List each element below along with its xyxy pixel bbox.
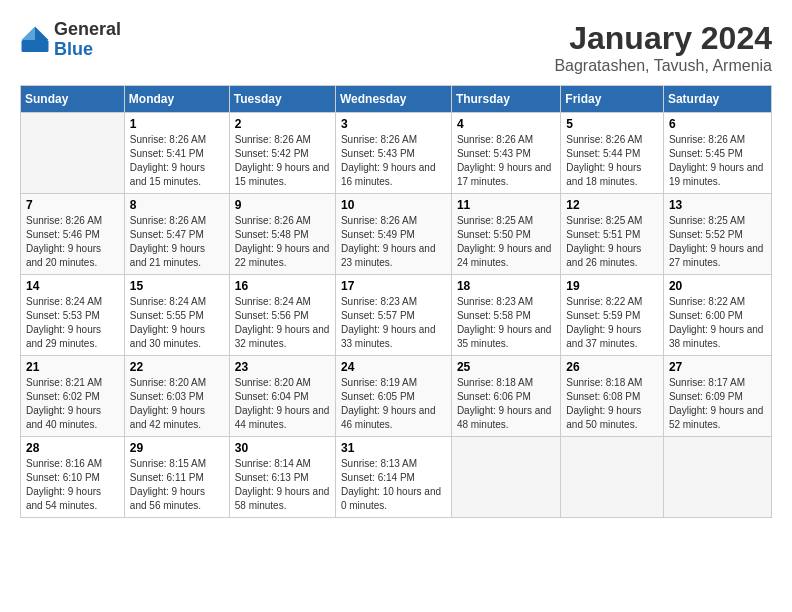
day-info: Sunrise: 8:26 AM Sunset: 5:44 PM Dayligh… [566,133,658,189]
daylight-text: Daylight: 9 hours and 50 minutes. [566,405,641,430]
day-number: 7 [26,198,119,212]
sunrise-text: Sunrise: 8:18 AM [566,377,642,388]
day-info: Sunrise: 8:26 AM Sunset: 5:48 PM Dayligh… [235,214,330,270]
sunrise-text: Sunrise: 8:20 AM [130,377,206,388]
sunset-text: Sunset: 5:42 PM [235,148,309,159]
calendar-cell: 19 Sunrise: 8:22 AM Sunset: 5:59 PM Dayl… [561,275,664,356]
day-info: Sunrise: 8:26 AM Sunset: 5:43 PM Dayligh… [457,133,555,189]
day-number: 15 [130,279,224,293]
day-number: 29 [130,441,224,455]
calendar-cell: 14 Sunrise: 8:24 AM Sunset: 5:53 PM Dayl… [21,275,125,356]
day-info: Sunrise: 8:23 AM Sunset: 5:58 PM Dayligh… [457,295,555,351]
sunrise-text: Sunrise: 8:26 AM [669,134,745,145]
calendar-cell: 11 Sunrise: 8:25 AM Sunset: 5:50 PM Dayl… [451,194,560,275]
day-number: 19 [566,279,658,293]
day-info: Sunrise: 8:26 AM Sunset: 5:46 PM Dayligh… [26,214,119,270]
calendar-week-5: 28 Sunrise: 8:16 AM Sunset: 6:10 PM Dayl… [21,437,772,518]
daylight-text: Daylight: 10 hours and 0 minutes. [341,486,441,511]
daylight-text: Daylight: 9 hours and 33 minutes. [341,324,436,349]
daylight-text: Daylight: 9 hours and 54 minutes. [26,486,101,511]
sunrise-text: Sunrise: 8:18 AM [457,377,533,388]
sunset-text: Sunset: 6:13 PM [235,472,309,483]
calendar-cell [451,437,560,518]
sunset-text: Sunset: 6:10 PM [26,472,100,483]
day-info: Sunrise: 8:26 AM Sunset: 5:43 PM Dayligh… [341,133,446,189]
svg-marker-1 [22,26,36,40]
logo-blue-text: Blue [54,40,121,60]
calendar-cell: 6 Sunrise: 8:26 AM Sunset: 5:45 PM Dayli… [663,113,771,194]
sunset-text: Sunset: 6:00 PM [669,310,743,321]
day-info: Sunrise: 8:18 AM Sunset: 6:08 PM Dayligh… [566,376,658,432]
day-number: 5 [566,117,658,131]
daylight-text: Daylight: 9 hours and 21 minutes. [130,243,205,268]
header-monday: Monday [124,86,229,113]
sunrise-text: Sunrise: 8:26 AM [130,134,206,145]
day-info: Sunrise: 8:26 AM Sunset: 5:41 PM Dayligh… [130,133,224,189]
calendar-cell: 20 Sunrise: 8:22 AM Sunset: 6:00 PM Dayl… [663,275,771,356]
sunrise-text: Sunrise: 8:26 AM [130,215,206,226]
day-info: Sunrise: 8:20 AM Sunset: 6:04 PM Dayligh… [235,376,330,432]
sunrise-text: Sunrise: 8:17 AM [669,377,745,388]
sunrise-text: Sunrise: 8:26 AM [235,134,311,145]
day-number: 16 [235,279,330,293]
daylight-text: Daylight: 9 hours and 26 minutes. [566,243,641,268]
day-number: 21 [26,360,119,374]
calendar-cell: 23 Sunrise: 8:20 AM Sunset: 6:04 PM Dayl… [229,356,335,437]
day-number: 31 [341,441,446,455]
day-number: 26 [566,360,658,374]
day-number: 4 [457,117,555,131]
logo: General Blue [20,20,121,60]
header-friday: Friday [561,86,664,113]
header-thursday: Thursday [451,86,560,113]
calendar-cell: 18 Sunrise: 8:23 AM Sunset: 5:58 PM Dayl… [451,275,560,356]
calendar-cell: 12 Sunrise: 8:25 AM Sunset: 5:51 PM Dayl… [561,194,664,275]
calendar-cell: 5 Sunrise: 8:26 AM Sunset: 5:44 PM Dayli… [561,113,664,194]
svg-marker-0 [35,26,49,40]
daylight-text: Daylight: 9 hours and 35 minutes. [457,324,552,349]
header-tuesday: Tuesday [229,86,335,113]
sunset-text: Sunset: 6:09 PM [669,391,743,402]
logo-general-text: General [54,20,121,40]
day-number: 27 [669,360,766,374]
calendar-cell: 10 Sunrise: 8:26 AM Sunset: 5:49 PM Dayl… [335,194,451,275]
calendar-week-2: 7 Sunrise: 8:26 AM Sunset: 5:46 PM Dayli… [21,194,772,275]
header: General Blue January 2024 Bagratashen, T… [20,20,772,75]
calendar-cell: 28 Sunrise: 8:16 AM Sunset: 6:10 PM Dayl… [21,437,125,518]
day-info: Sunrise: 8:17 AM Sunset: 6:09 PM Dayligh… [669,376,766,432]
daylight-text: Daylight: 9 hours and 23 minutes. [341,243,436,268]
day-info: Sunrise: 8:26 AM Sunset: 5:42 PM Dayligh… [235,133,330,189]
calendar-cell: 30 Sunrise: 8:14 AM Sunset: 6:13 PM Dayl… [229,437,335,518]
sunrise-text: Sunrise: 8:23 AM [457,296,533,307]
daylight-text: Daylight: 9 hours and 27 minutes. [669,243,764,268]
sunrise-text: Sunrise: 8:25 AM [566,215,642,226]
sunrise-text: Sunrise: 8:24 AM [26,296,102,307]
calendar-cell: 8 Sunrise: 8:26 AM Sunset: 5:47 PM Dayli… [124,194,229,275]
sunrise-text: Sunrise: 8:13 AM [341,458,417,469]
sunrise-text: Sunrise: 8:25 AM [457,215,533,226]
day-number: 28 [26,441,119,455]
daylight-text: Daylight: 9 hours and 19 minutes. [669,162,764,187]
calendar-title: January 2024 [554,20,772,57]
header-wednesday: Wednesday [335,86,451,113]
calendar-cell [663,437,771,518]
day-number: 1 [130,117,224,131]
sunset-text: Sunset: 6:03 PM [130,391,204,402]
sunset-text: Sunset: 6:05 PM [341,391,415,402]
sunset-text: Sunset: 5:43 PM [457,148,531,159]
day-number: 30 [235,441,330,455]
calendar-week-4: 21 Sunrise: 8:21 AM Sunset: 6:02 PM Dayl… [21,356,772,437]
day-number: 13 [669,198,766,212]
sunrise-text: Sunrise: 8:21 AM [26,377,102,388]
sunset-text: Sunset: 5:48 PM [235,229,309,240]
daylight-text: Daylight: 9 hours and 29 minutes. [26,324,101,349]
daylight-text: Daylight: 9 hours and 22 minutes. [235,243,330,268]
day-number: 2 [235,117,330,131]
calendar-cell: 26 Sunrise: 8:18 AM Sunset: 6:08 PM Dayl… [561,356,664,437]
sunset-text: Sunset: 5:41 PM [130,148,204,159]
sunset-text: Sunset: 5:56 PM [235,310,309,321]
calendar-cell: 7 Sunrise: 8:26 AM Sunset: 5:46 PM Dayli… [21,194,125,275]
svg-rect-2 [22,40,49,52]
calendar-cell: 27 Sunrise: 8:17 AM Sunset: 6:09 PM Dayl… [663,356,771,437]
day-info: Sunrise: 8:22 AM Sunset: 6:00 PM Dayligh… [669,295,766,351]
sunset-text: Sunset: 5:51 PM [566,229,640,240]
